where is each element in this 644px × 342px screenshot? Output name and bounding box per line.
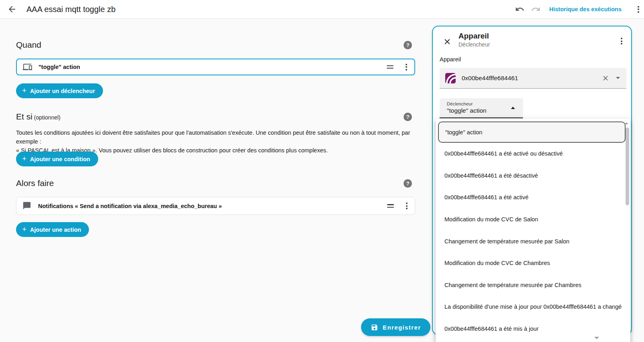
clear-icon [602,74,610,82]
scroll-down-arrow-icon[interactable] [594,337,599,339]
conditions-description: Toutes les conditions ajoutées ici doive… [16,128,419,155]
action-row-menu-button[interactable] [405,202,408,210]
actions-section-header: Alors faire [16,178,415,188]
when-section-header: Quand [16,40,415,50]
plus-icon: + [22,87,26,94]
chevron-down-icon[interactable] [616,77,620,79]
drag-handle-icon[interactable] [387,65,394,69]
trigger-select-label: Déclencheur [447,101,517,106]
help-icon[interactable] [404,179,412,188]
dropdown-item[interactable]: 0x00be44fffe684461 a été activé ou désac… [436,143,630,165]
conditions-section-header: Et si(optionnel) [16,112,415,121]
app-header: AAA essai mqtt toggle zb Historique des … [0,0,644,19]
mqtt-icon [444,72,456,84]
panel-subtitle: Déclencheur [458,41,619,48]
dropdown-item[interactable]: 0x00be44fffe684461 a été désactivé [436,165,630,187]
trigger-row-device[interactable]: "toggle" action [16,59,415,75]
chevron-up-icon [511,107,515,109]
panel-header: Appareil Déclencheur [433,26,631,49]
dropdown-item[interactable]: Changement de température mesurée par Sa… [436,230,630,252]
dropdown-item[interactable]: Modification du mode CVC de Salon [436,208,630,231]
when-heading: Quand [16,40,41,50]
dropdown-scrollbar[interactable] [626,127,629,205]
action-row-label: Notifications « Send a notification via … [38,203,387,209]
redo-button[interactable] [528,1,544,17]
optional-suffix: (optionnel) [34,114,61,121]
close-icon [443,37,452,46]
arrow-left-icon [7,4,17,14]
plus-icon: + [22,225,26,233]
device-picker-combobox[interactable]: 0x00be44fffe684461 [440,68,626,89]
trigger-type-dropdown-menu: "toggle" action0x00be44fffe684461 a été … [436,119,630,342]
page-title: AAA essai mqtt toggle zb [26,5,115,14]
help-icon[interactable] [404,41,412,49]
dropdown-item-list: "toggle" action0x00be44fffe684461 a été … [436,121,630,340]
add-condition-button[interactable]: + Ajouter une condition [16,152,98,166]
dropdown-item[interactable]: Modification du mode CVC de Chambres [436,252,630,274]
conditions-heading: Et si(optionnel) [16,112,61,121]
save-button[interactable]: Enregistrer [361,318,430,336]
undo-icon [515,4,525,14]
dropdown-item[interactable]: "toggle" action [438,121,626,143]
plus-icon: + [22,155,26,162]
trigger-row-menu-button[interactable] [405,63,408,71]
close-panel-button[interactable] [440,34,454,49]
header-overflow-menu-button[interactable] [630,1,644,17]
run-history-link[interactable]: Historique des exécutions [549,6,622,12]
add-action-button[interactable]: + Ajouter une action [16,222,89,237]
redo-icon [531,4,541,14]
panel-menu-button[interactable] [619,36,624,46]
trigger-select-value: "toggle" action [447,107,517,114]
undo-button[interactable] [512,1,528,17]
message-icon [22,201,32,211]
vertical-dots-icon [638,6,639,13]
clear-device-button[interactable] [601,73,610,83]
devices-icon [23,62,32,72]
drag-handle-icon[interactable] [387,204,394,208]
save-floppy-icon [371,324,378,331]
add-trigger-button[interactable]: + Ajouter un déclencheur [16,83,103,98]
action-row-notification[interactable]: Notifications « Send a notification via … [16,197,415,215]
trigger-type-select[interactable]: Déclencheur "toggle" action [440,98,523,118]
back-button[interactable] [4,1,20,17]
dropdown-item[interactable]: Changement de température mesurée par Ch… [436,274,630,296]
dropdown-item[interactable]: La disponibilité d'une mise à jour pour … [436,296,630,318]
dropdown-item[interactable]: 0x00be44fffe684461 a été activé [436,186,630,208]
device-picker-value: 0x00be44fffe684461 [462,75,601,82]
device-picker-label: Appareil [440,56,461,63]
scroll-up-arrow-icon[interactable] [624,122,628,124]
trigger-row-label: "toggle" action [38,64,387,70]
dropdown-item[interactable]: 0x00be44fffe684461 a été mis à jour [436,318,630,340]
panel-title: Appareil [458,31,619,41]
help-icon[interactable] [404,113,412,121]
actions-heading: Alors faire [16,178,54,188]
